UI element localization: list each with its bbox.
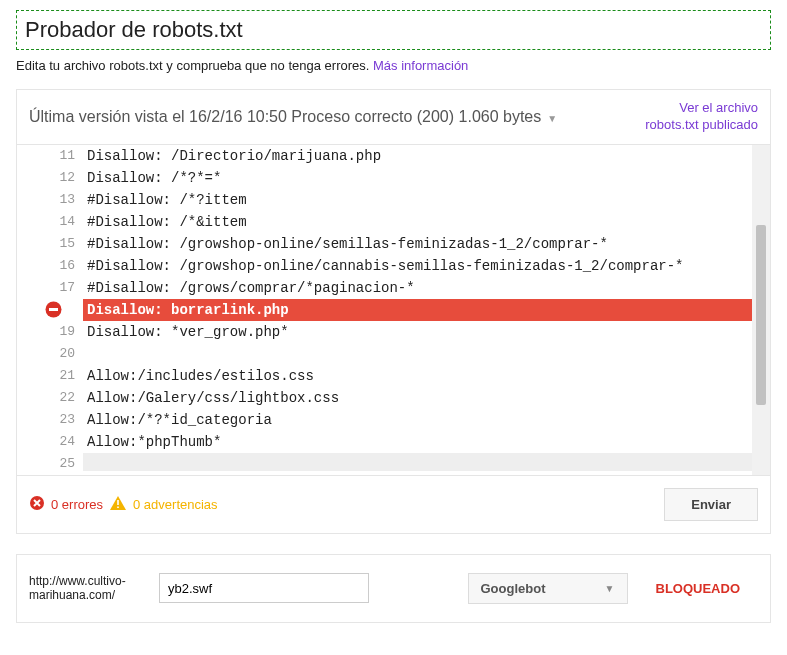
line-number: 20 [17, 343, 83, 365]
code-text[interactable]: Disallow: borrarlink.php [83, 299, 752, 321]
chevron-down-icon: ▼ [605, 583, 615, 594]
code-line[interactable]: 25 [17, 453, 752, 475]
code-text[interactable]: Allow:/*?*id_categoria [83, 409, 752, 431]
status-group: 0 errores 0 advertencias [29, 495, 664, 514]
page-subtitle: Edita tu archivo robots.txt y comprueba … [16, 58, 771, 73]
code-line[interactable]: 20 [17, 343, 752, 365]
code-line[interactable]: 14#Disallow: /*&ittem [17, 211, 752, 233]
code-line[interactable]: 19Disallow: *ver_grow.php* [17, 321, 752, 343]
view-link-line1: Ver el archivo [679, 100, 758, 115]
code-line[interactable]: 21Allow:/includes/estilos.css [17, 365, 752, 387]
code-text[interactable]: Disallow: *ver_grow.php* [83, 321, 752, 343]
code-line[interactable]: 16#Disallow: /growshop-online/cannabis-s… [17, 255, 752, 277]
line-number: 15 [17, 233, 83, 255]
code-text[interactable]: Allow:/includes/estilos.css [83, 365, 752, 387]
code-text[interactable]: #Disallow: /growshop-online/cannabis-sem… [83, 255, 752, 277]
code-line[interactable]: 24Allow:*phpThumb* [17, 431, 752, 453]
error-marker-icon [45, 301, 62, 318]
line-number: 13 [17, 189, 83, 211]
code-text[interactable]: Allow:/Galery/css/lightbox.css [83, 387, 752, 409]
line-number: 24 [17, 431, 83, 453]
code-line[interactable]: 22Allow:/Galery/css/lightbox.css [17, 387, 752, 409]
view-link-line2: robots.txt publicado [645, 117, 758, 132]
editor-footer: 0 errores 0 advertencias Enviar [17, 476, 770, 533]
submit-button[interactable]: Enviar [664, 488, 758, 521]
line-number: 11 [17, 145, 83, 167]
warning-icon [109, 495, 127, 514]
code-editor[interactable]: 11Disallow: /Directorio/marijuana.php12D… [17, 144, 770, 476]
url-prefix-label: http://www.cultivo-marihuana.com/ [29, 574, 149, 603]
line-number: 22 [17, 387, 83, 409]
error-icon [29, 495, 45, 514]
editor-header: Última versión vista el 16/2/16 10:50 Pr… [17, 90, 770, 144]
test-result-badge: BLOQUEADO [638, 581, 759, 596]
errors-count: 0 errores [51, 497, 103, 512]
line-number: 18 [17, 299, 83, 321]
subtitle-text: Edita tu archivo robots.txt y comprueba … [16, 58, 373, 73]
chevron-down-icon: ▼ [547, 113, 557, 124]
code-line[interactable]: 13#Disallow: /*?ittem [17, 189, 752, 211]
url-path-input[interactable] [159, 573, 369, 603]
code-line[interactable]: 23Allow:/*?*id_categoria [17, 409, 752, 431]
code-text[interactable]: Disallow: /Directorio/marijuana.php [83, 145, 752, 167]
scrollbar-thumb[interactable] [756, 225, 766, 405]
line-number: 17 [17, 277, 83, 299]
code-area[interactable]: 11Disallow: /Directorio/marijuana.php12D… [17, 145, 752, 475]
code-text[interactable]: Disallow: /*?*=* [83, 167, 752, 189]
code-text[interactable]: Allow:*phpThumb* [83, 431, 752, 453]
code-line[interactable]: 12Disallow: /*?*=* [17, 167, 752, 189]
code-line[interactable]: 17#Disallow: /grows/comprar/*paginacion-… [17, 277, 752, 299]
code-text[interactable] [83, 343, 752, 365]
more-info-link[interactable]: Más información [373, 58, 468, 73]
svg-rect-1 [49, 308, 58, 311]
line-number: 14 [17, 211, 83, 233]
code-text[interactable]: #Disallow: /grows/comprar/*paginacion-* [83, 277, 752, 299]
vertical-scrollbar[interactable] [752, 145, 770, 475]
code-text[interactable]: #Disallow: /*?ittem [83, 189, 752, 211]
bot-select-label: Googlebot [481, 581, 546, 596]
page-title: Probador de robots.txt [25, 17, 762, 43]
code-text[interactable]: #Disallow: /*&ittem [83, 211, 752, 233]
version-text: Última versión vista el 16/2/16 10:50 Pr… [29, 108, 541, 125]
code-line[interactable]: 11Disallow: /Directorio/marijuana.php [17, 145, 752, 167]
line-number: 16 [17, 255, 83, 277]
code-line[interactable]: 15#Disallow: /growshop-online/semillas-f… [17, 233, 752, 255]
editor-card: Última versión vista el 16/2/16 10:50 Pr… [16, 89, 771, 534]
line-number: 23 [17, 409, 83, 431]
line-number: 12 [17, 167, 83, 189]
line-number: 19 [17, 321, 83, 343]
line-number: 25 [17, 453, 83, 475]
code-line[interactable]: 18Disallow: borrarlink.php [17, 299, 752, 321]
warnings-count: 0 advertencias [133, 497, 218, 512]
line-number: 21 [17, 365, 83, 387]
view-published-link[interactable]: Ver el archivorobots.txt publicado [645, 100, 758, 134]
url-test-card: http://www.cultivo-marihuana.com/ Google… [16, 554, 771, 623]
page-title-box: Probador de robots.txt [16, 10, 771, 50]
code-text[interactable]: #Disallow: /growshop-online/semillas-fem… [83, 233, 752, 255]
code-text[interactable] [83, 453, 752, 471]
bot-select-dropdown[interactable]: Googlebot ▼ [468, 573, 628, 604]
version-info[interactable]: Última versión vista el 16/2/16 10:50 Pr… [25, 108, 645, 126]
